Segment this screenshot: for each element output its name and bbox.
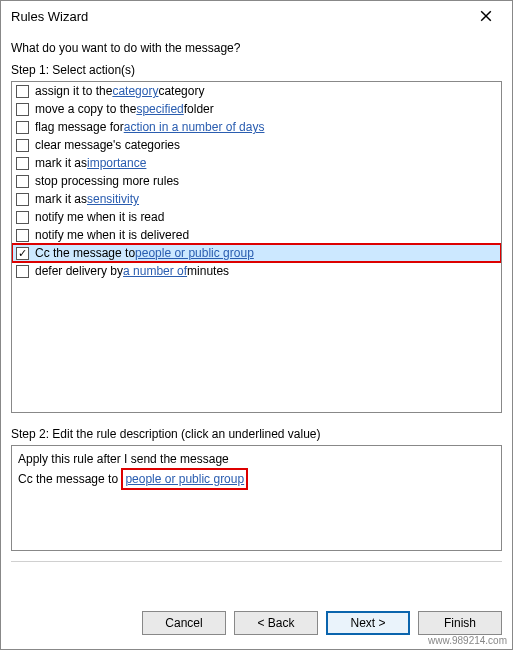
action-text: category: [158, 84, 204, 98]
action-text: notify me when it is delivered: [35, 228, 189, 242]
action-text: folder: [184, 102, 214, 116]
action-checkbox[interactable]: [16, 121, 29, 134]
action-checkbox[interactable]: [16, 229, 29, 242]
titlebar: Rules Wizard: [1, 1, 512, 31]
action-checkbox[interactable]: [16, 247, 29, 260]
action-checkbox[interactable]: [16, 193, 29, 206]
action-checkbox[interactable]: [16, 103, 29, 116]
finish-button[interactable]: Finish: [418, 611, 502, 635]
action-link[interactable]: a number of: [123, 264, 187, 278]
highlighted-link-box: people or public group: [121, 468, 248, 490]
action-row[interactable]: assign it to the category category: [12, 82, 501, 100]
dialog-content: What do you want to do with the message?…: [1, 31, 512, 601]
action-text: notify me when it is read: [35, 210, 164, 224]
action-row[interactable]: flag message for action in a number of d…: [12, 118, 501, 136]
cancel-button[interactable]: Cancel: [142, 611, 226, 635]
step2-label: Step 2: Edit the rule description (click…: [11, 427, 502, 441]
action-row[interactable]: Cc the message to people or public group: [12, 244, 501, 262]
action-link[interactable]: importance: [87, 156, 146, 170]
action-text: defer delivery by: [35, 264, 123, 278]
footer-separator: [11, 561, 502, 562]
action-text: minutes: [187, 264, 229, 278]
action-checkbox[interactable]: [16, 175, 29, 188]
prompt-label: What do you want to do with the message?: [11, 41, 502, 55]
action-link[interactable]: specified: [136, 102, 183, 116]
back-button[interactable]: < Back: [234, 611, 318, 635]
action-row[interactable]: notify me when it is read: [12, 208, 501, 226]
action-row[interactable]: clear message's categories: [12, 136, 501, 154]
action-text: mark it as: [35, 156, 87, 170]
rule-description-box: Apply this rule after I send the message…: [11, 445, 502, 551]
action-link[interactable]: action in a number of days: [124, 120, 265, 134]
people-or-public-group-link[interactable]: people or public group: [125, 472, 244, 486]
close-button[interactable]: [466, 2, 506, 30]
actions-list[interactable]: assign it to the category categorymove a…: [11, 81, 502, 413]
description-line: Apply this rule after I send the message: [18, 450, 495, 468]
action-text: assign it to the: [35, 84, 112, 98]
watermark: www.989214.com: [426, 635, 509, 646]
action-row[interactable]: move a copy to the specified folder: [12, 100, 501, 118]
rules-wizard-window: Rules Wizard What do you want to do with…: [0, 0, 513, 650]
action-link[interactable]: people or public group: [135, 246, 254, 260]
action-checkbox[interactable]: [16, 139, 29, 152]
action-text: Cc the message to: [35, 246, 135, 260]
action-text: stop processing more rules: [35, 174, 179, 188]
action-checkbox[interactable]: [16, 157, 29, 170]
action-checkbox[interactable]: [16, 85, 29, 98]
action-row[interactable]: stop processing more rules: [12, 172, 501, 190]
action-row[interactable]: defer delivery by a number of minutes: [12, 262, 501, 280]
action-row[interactable]: mark it as sensitivity: [12, 190, 501, 208]
action-row[interactable]: notify me when it is delivered: [12, 226, 501, 244]
action-text: mark it as: [35, 192, 87, 206]
action-text: clear message's categories: [35, 138, 180, 152]
action-link[interactable]: sensitivity: [87, 192, 139, 206]
step1-label: Step 1: Select action(s): [11, 63, 502, 77]
action-checkbox[interactable]: [16, 265, 29, 278]
action-checkbox[interactable]: [16, 211, 29, 224]
action-row[interactable]: mark it as importance: [12, 154, 501, 172]
action-text: move a copy to the: [35, 102, 136, 116]
description-text: Cc the message to: [18, 472, 121, 486]
window-title: Rules Wizard: [7, 9, 88, 24]
action-link[interactable]: category: [112, 84, 158, 98]
action-text: flag message for: [35, 120, 124, 134]
close-icon: [480, 10, 492, 22]
description-line: Cc the message to people or public group: [18, 468, 495, 490]
next-button[interactable]: Next >: [326, 611, 410, 635]
